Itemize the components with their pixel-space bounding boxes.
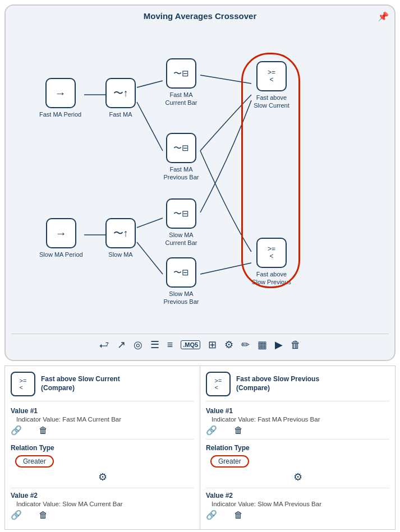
panel2-value2-text: Indicator Value: Slow MA Previous Bar bbox=[212, 501, 389, 507]
toolbar-grid-icon[interactable]: ⊞ bbox=[208, 339, 217, 351]
panel1-gear-icon[interactable]: ⚙ bbox=[11, 471, 194, 483]
panel1-value1-label: Value #1 bbox=[11, 407, 194, 415]
node-fast-ma-period[interactable]: → Fast MA Period bbox=[39, 78, 81, 118]
toolbar-delete-icon[interactable]: 🗑 bbox=[291, 339, 301, 351]
node-slow-ma[interactable]: 〜↑ Slow MA bbox=[105, 218, 136, 258]
panel-fast-above-slow-previous: >=< Fast above Slow Previous(Compare) Va… bbox=[200, 366, 395, 529]
node-slow-ma-period[interactable]: → Slow MA Period bbox=[39, 218, 83, 258]
toolbar-list-icon[interactable]: ≡ bbox=[167, 339, 173, 351]
bottom-panels: >=< Fast above Slow Current(Compare) Val… bbox=[4, 366, 396, 530]
fast-ma-period-icon: → bbox=[45, 78, 76, 108]
slow-ma-current-bar-icon: 〜⊟ bbox=[166, 198, 196, 229]
title-bar: Moving Averages Crossover 📌 bbox=[11, 11, 389, 21]
node-fast-ma[interactable]: 〜↑ Fast MA bbox=[105, 78, 136, 118]
panel2-value2-icons: 🔗 🗑 bbox=[206, 510, 389, 520]
panel2-gear-icon[interactable]: ⚙ bbox=[206, 471, 389, 483]
panel1-link2-icon[interactable]: 🔗 bbox=[11, 510, 22, 520]
panel1-relation-section: Relation Type Greater ⚙ bbox=[11, 444, 194, 488]
fast-ma-icon: 〜↑ bbox=[105, 78, 136, 108]
panel2-value1-text: Indicator Value: Fast MA Previous Bar bbox=[212, 416, 389, 423]
panel1-value1-icons: 🔗 🗑 bbox=[11, 425, 194, 440]
node-fast-ma-current-bar[interactable]: 〜⊟ Fast MA Current Bar bbox=[159, 58, 204, 107]
fast-ma-period-label: Fast MA Period bbox=[39, 110, 81, 118]
panel2-greater-badge[interactable]: Greater bbox=[210, 455, 249, 468]
fast-above-slow-current-icon: >=< bbox=[256, 61, 287, 91]
panel1-title: Fast above Slow Current(Compare) bbox=[41, 375, 120, 392]
toolbar-blocks-icon[interactable]: ▦ bbox=[258, 339, 267, 351]
toolbar-play-icon[interactable]: ▶ bbox=[275, 339, 283, 351]
panel2-delete1-icon[interactable]: 🗑 bbox=[234, 425, 243, 436]
toolbar-edit-icon[interactable]: ✏ bbox=[241, 339, 250, 351]
fast-above-slow-current-label: Fast above Slow Current bbox=[249, 94, 294, 110]
svg-line-3 bbox=[200, 75, 251, 84]
toolbar-settings-icon[interactable]: ⚙ bbox=[224, 339, 233, 351]
panel2-value1-icons: 🔗 🗑 bbox=[206, 425, 389, 440]
panel1-link-icon[interactable]: 🔗 bbox=[11, 425, 22, 436]
panel-fast-above-slow-current: >=< Fast above Slow Current(Compare) Val… bbox=[5, 366, 200, 529]
panel1-header: >=< Fast above Slow Current(Compare) bbox=[11, 372, 194, 401]
slow-ma-previous-bar-icon: 〜⊟ bbox=[166, 257, 196, 288]
fast-above-slow-previous-label: Fast above Slow Previous bbox=[249, 270, 294, 286]
node-fast-ma-previous-bar[interactable]: 〜⊟ Fast MA Previous Bar bbox=[159, 133, 204, 182]
panel2-value2-section: Value #2 Indicator Value: Slow MA Previo… bbox=[206, 492, 389, 520]
panel1-icon: >=< bbox=[11, 372, 35, 396]
panel1-delete2-icon[interactable]: 🗑 bbox=[39, 510, 48, 520]
toolbar-layers-icon[interactable]: ◎ bbox=[134, 339, 142, 351]
panel1-delete1-icon[interactable]: 🗑 bbox=[39, 425, 48, 436]
toolbar-reset-icon[interactable]: ⮐ bbox=[99, 339, 109, 351]
panel2-link2-icon[interactable]: 🔗 bbox=[206, 510, 217, 520]
diagram-title: Moving Averages Crossover bbox=[144, 11, 256, 21]
panel1-value2-icons: 🔗 🗑 bbox=[11, 510, 194, 520]
slow-ma-previous-bar-label: Slow MA Previous Bar bbox=[159, 290, 204, 306]
panel1-value2-text: Indicator Value: Slow MA Current Bar bbox=[16, 501, 194, 507]
slow-ma-icon: 〜↑ bbox=[105, 218, 136, 248]
node-fast-above-slow-previous[interactable]: >=< Fast above Slow Previous bbox=[249, 238, 294, 286]
fast-ma-previous-bar-label: Fast MA Previous Bar bbox=[159, 165, 204, 182]
panel2-header: >=< Fast above Slow Previous(Compare) bbox=[206, 372, 389, 401]
flow-diagram: Moving Averages Crossover 📌 bbox=[4, 4, 396, 361]
toolbar: ⮐ ↗ ◎ ☰ ≡ .MQ5 ⊞ ⚙ ✏ ▦ ▶ 🗑 bbox=[11, 334, 389, 354]
slow-ma-current-bar-label: Slow MA Current Bar bbox=[159, 231, 204, 247]
flow-area: → Fast MA Period 〜↑ Fast MA 〜⊟ Fast MA C… bbox=[11, 27, 389, 330]
toolbar-align-icon[interactable]: ☰ bbox=[150, 339, 159, 351]
toolbar-export-icon[interactable]: ↗ bbox=[117, 339, 126, 351]
panel1-greater-badge[interactable]: Greater bbox=[15, 455, 54, 468]
toolbar-mq5-icon[interactable]: .MQ5 bbox=[181, 340, 200, 349]
pin-icon[interactable]: 📌 bbox=[378, 11, 389, 22]
fast-ma-previous-bar-icon: 〜⊟ bbox=[166, 133, 196, 163]
panel2-icon: >=< bbox=[206, 372, 231, 396]
panel1-value2-section: Value #2 Indicator Value: Slow MA Curren… bbox=[11, 492, 194, 520]
svg-line-7 bbox=[200, 263, 251, 274]
panel2-value1-label: Value #1 bbox=[206, 407, 389, 415]
node-slow-ma-previous-bar[interactable]: 〜⊟ Slow MA Previous Bar bbox=[159, 257, 204, 306]
panel1-value2-label: Value #2 bbox=[11, 492, 194, 499]
panel2-delete2-icon[interactable]: 🗑 bbox=[234, 510, 243, 520]
node-fast-above-slow-current[interactable]: >=< Fast above Slow Current bbox=[249, 61, 294, 110]
panel2-relation-section: Relation Type Greater ⚙ bbox=[206, 444, 389, 488]
node-slow-ma-current-bar[interactable]: 〜⊟ Slow MA Current Bar bbox=[159, 198, 204, 247]
slow-ma-period-icon: → bbox=[46, 218, 76, 248]
panel2-link-icon[interactable]: 🔗 bbox=[206, 425, 217, 436]
fast-ma-current-bar-icon: 〜⊟ bbox=[166, 58, 196, 89]
panel2-value2-label: Value #2 bbox=[206, 492, 389, 499]
panel1-relation-label: Relation Type bbox=[11, 444, 194, 452]
fast-ma-current-bar-label: Fast MA Current Bar bbox=[159, 91, 204, 107]
panel2-title: Fast above Slow Previous(Compare) bbox=[236, 375, 319, 392]
fast-ma-label: Fast MA bbox=[109, 110, 132, 118]
panel2-relation-label: Relation Type bbox=[206, 444, 389, 452]
slow-ma-period-label: Slow MA Period bbox=[39, 251, 83, 258]
slow-ma-label: Slow MA bbox=[108, 251, 132, 258]
panel1-value1-text: Indicator Value: Fast MA Current Bar bbox=[16, 416, 194, 423]
fast-above-slow-previous-icon: >=< bbox=[256, 238, 287, 268]
